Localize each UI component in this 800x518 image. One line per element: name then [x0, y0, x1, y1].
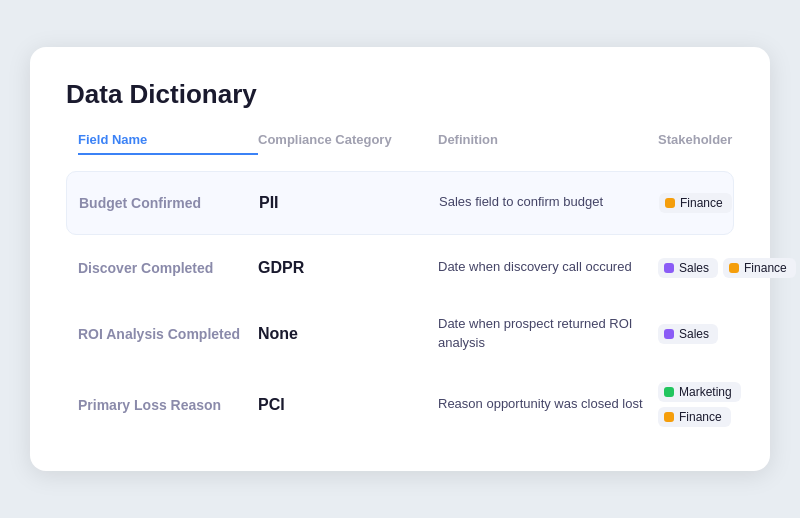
stakeholder-badge: Finance: [723, 258, 796, 278]
stakeholders-roi-analysis-completed: Sales: [658, 324, 800, 344]
card-title: Data Dictionary: [66, 79, 734, 110]
badge-label: Finance: [744, 261, 787, 275]
table-row: Primary Loss ReasonPCIReason opportunity…: [66, 368, 734, 441]
compliance-roi-analysis-completed: None: [258, 325, 438, 343]
badge-label: Finance: [680, 196, 723, 210]
stakeholder-badge: Finance: [658, 407, 731, 427]
badge-dot-green: [664, 387, 674, 397]
definition-discover-completed: Date when discovery call occured: [438, 258, 658, 277]
header-compliance-category[interactable]: Compliance Category: [258, 132, 438, 155]
table-row: Budget ConfirmedPIISales field to confir…: [66, 171, 734, 235]
definition-budget-confirmed: Sales field to confirm budget: [439, 193, 659, 212]
badge-dot-orange: [665, 198, 675, 208]
stakeholder-badge: Finance: [659, 193, 732, 213]
badge-label: Sales: [679, 261, 709, 275]
table-header: Field NameCompliance CategoryDefinitionS…: [66, 132, 734, 163]
definition-roi-analysis-completed: Date when prospect returned ROI analysis: [438, 315, 658, 353]
field-name-discover-completed: Discover Completed: [78, 260, 258, 276]
badge-label: Sales: [679, 327, 709, 341]
compliance-discover-completed: GDPR: [258, 259, 438, 277]
badge-dot-purple: [664, 263, 674, 273]
badge-dot-orange: [664, 412, 674, 422]
table-row: ROI Analysis CompletedNoneDate when pros…: [66, 301, 734, 367]
field-name-budget-confirmed: Budget Confirmed: [79, 195, 259, 211]
data-dictionary-card: Data Dictionary Field NameCompliance Cat…: [30, 47, 770, 472]
stakeholder-badge: Sales: [658, 324, 718, 344]
compliance-primary-loss-reason: PCI: [258, 396, 438, 414]
field-name-primary-loss-reason: Primary Loss Reason: [78, 397, 258, 413]
header-field-name[interactable]: Field Name: [78, 132, 258, 155]
stakeholders-budget-confirmed: Finance: [659, 193, 800, 213]
table-row: Discover CompletedGDPRDate when discover…: [66, 237, 734, 299]
stakeholders-primary-loss-reason: MarketingFinance: [658, 382, 800, 427]
stakeholder-badge: Marketing: [658, 382, 741, 402]
definition-primary-loss-reason: Reason opportunity was closed lost: [438, 395, 658, 414]
header-definition[interactable]: Definition: [438, 132, 658, 155]
header-stakeholder[interactable]: Stakeholder: [658, 132, 800, 155]
stakeholder-badge: Sales: [658, 258, 718, 278]
table-body: Budget ConfirmedPIISales field to confir…: [66, 171, 734, 442]
badge-dot-purple: [664, 329, 674, 339]
badge-label: Finance: [679, 410, 722, 424]
compliance-budget-confirmed: PII: [259, 194, 439, 212]
badge-dot-orange: [729, 263, 739, 273]
badge-label: Marketing: [679, 385, 732, 399]
stakeholders-discover-completed: SalesFinance: [658, 258, 800, 278]
field-name-roi-analysis-completed: ROI Analysis Completed: [78, 326, 258, 342]
